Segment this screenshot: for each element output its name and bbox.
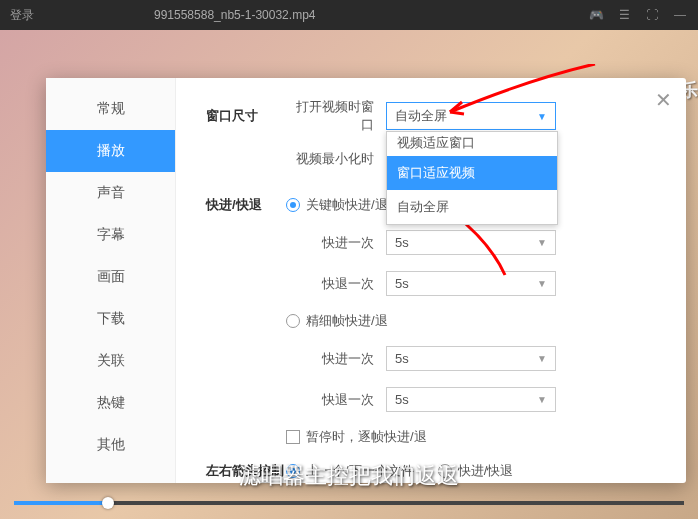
dropdown-item-2[interactable]: 自动全屏	[387, 190, 557, 224]
open-window-label: 打开视频时窗口	[286, 98, 386, 134]
gamepad-icon[interactable]: 🎮	[588, 7, 604, 23]
expand-icon[interactable]: ⛶	[644, 7, 660, 23]
window-size-title: 窗口尺寸	[206, 107, 286, 125]
chevron-down-icon: ▼	[537, 111, 547, 122]
chevron-down-icon: ▼	[537, 237, 547, 248]
backward-label2: 快退一次	[316, 391, 386, 409]
pause-label: 暂停时，逐帧快进/退	[306, 428, 427, 446]
progress-bar[interactable]	[14, 501, 684, 505]
forward-select[interactable]: 5s ▼	[386, 230, 556, 255]
title-bar: 登录 991558588_nb5-1-30032.mp4 🎮 ☰ ⛶ —	[0, 0, 698, 30]
close-icon[interactable]: ✕	[655, 88, 672, 112]
sidebar-item-audio[interactable]: 声音	[46, 172, 175, 214]
sidebar-item-hotkey[interactable]: 热键	[46, 382, 175, 424]
backward-select2[interactable]: 5s ▼	[386, 387, 556, 412]
list-icon[interactable]: ☰	[616, 7, 632, 23]
login-text[interactable]: 登录	[10, 7, 34, 24]
backward-label: 快退一次	[316, 275, 386, 293]
sidebar-item-picture[interactable]: 画面	[46, 256, 175, 298]
window-mode-dropdown: 视频适应窗口 窗口适应视频 自动全屏	[386, 131, 558, 225]
sidebar-item-general[interactable]: 常规	[46, 88, 175, 130]
backward-select[interactable]: 5s ▼	[386, 271, 556, 296]
checkbox-icon	[286, 430, 300, 444]
settings-content: ✕ 窗口尺寸 打开视频时窗口 自动全屏 ▼ 视频适应窗口 窗口适应视频 自动全屏…	[176, 78, 686, 483]
chevron-down-icon: ▼	[537, 353, 547, 364]
forward-label: 快进一次	[316, 234, 386, 252]
sidebar-item-other[interactable]: 其他	[46, 424, 175, 466]
video-subtitle: 滤唱器主控把我们返返	[0, 461, 698, 491]
frame-label: 精细帧快进/退	[306, 312, 388, 330]
keyframe-radio[interactable]: 关键帧快进/退	[286, 196, 388, 214]
sidebar-item-playback[interactable]: 播放	[46, 130, 175, 172]
ff-title: 快进/快退	[206, 196, 286, 214]
filename: 991558588_nb5-1-30032.mp4	[154, 8, 315, 22]
forward-label2: 快进一次	[316, 350, 386, 368]
progress-thumb[interactable]	[102, 497, 114, 509]
minimize-icon[interactable]: —	[672, 7, 688, 23]
sidebar-item-download[interactable]: 下载	[46, 298, 175, 340]
keyframe-label: 关键帧快进/退	[306, 196, 388, 214]
progress-fill	[14, 501, 108, 505]
settings-dialog: 常规 播放 声音 字幕 画面 下载 关联 热键 其他 ✕ 窗口尺寸 打开视频时窗…	[46, 78, 686, 483]
dropdown-item-1[interactable]: 窗口适应视频	[387, 156, 557, 190]
window-mode-select[interactable]: 自动全屏 ▼ 视频适应窗口 窗口适应视频 自动全屏	[386, 102, 556, 130]
settings-sidebar: 常规 播放 声音 字幕 画面 下载 关联 热键 其他	[46, 78, 176, 483]
radio-icon	[286, 198, 300, 212]
sidebar-item-assoc[interactable]: 关联	[46, 340, 175, 382]
dropdown-item-0[interactable]: 视频适应窗口	[387, 132, 557, 156]
chevron-down-icon: ▼	[537, 394, 547, 405]
pause-checkbox[interactable]: 暂停时，逐帧快进/退	[286, 428, 427, 446]
forward-select2[interactable]: 5s ▼	[386, 346, 556, 371]
video-min-label: 视频最小化时	[286, 150, 386, 168]
select-value: 自动全屏	[395, 107, 447, 125]
radio-icon	[286, 314, 300, 328]
chevron-down-icon: ▼	[537, 278, 547, 289]
frame-radio[interactable]: 精细帧快进/退	[286, 312, 388, 330]
sidebar-item-subtitle[interactable]: 字幕	[46, 214, 175, 256]
